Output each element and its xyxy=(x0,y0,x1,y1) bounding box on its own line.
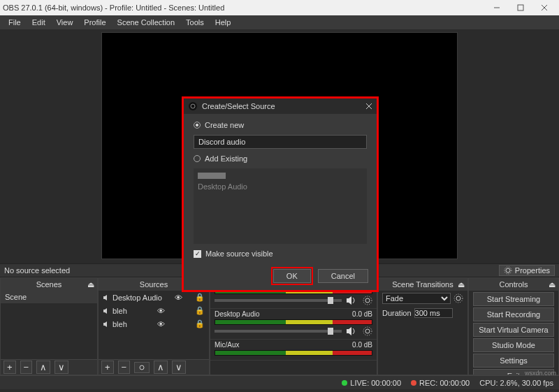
duration-input[interactable] xyxy=(414,308,453,318)
controls-panel: Controls ⏏ Start Streaming Start Recordi… xyxy=(468,277,559,375)
scene-label: Scene xyxy=(5,293,27,301)
menu-view[interactable]: View xyxy=(51,17,79,28)
start-recording-button[interactable]: Start Recording xyxy=(473,307,554,321)
svg-point-12 xyxy=(363,296,372,305)
source-label: bleh xyxy=(112,307,127,315)
add-source-button[interactable]: + xyxy=(101,361,114,374)
menu-profile[interactable]: Profile xyxy=(78,17,111,28)
lock-toggle[interactable]: 🔒 xyxy=(195,293,205,302)
lock-toggle[interactable]: 🔒 xyxy=(195,319,205,328)
close-button[interactable] xyxy=(532,0,556,15)
menu-help[interactable]: Help xyxy=(210,17,237,28)
menu-file[interactable]: File xyxy=(3,17,27,28)
source-item[interactable]: bleh 👁 🔒 xyxy=(99,304,209,317)
visibility-toggle[interactable]: 👁 xyxy=(175,293,182,302)
mute-button[interactable] xyxy=(346,326,358,336)
scene-transitions-panel: Scene Transitions ⏏ Fade Duration xyxy=(377,277,468,375)
dialog-title: Create/Select Source xyxy=(202,102,275,110)
source-settings-button[interactable] xyxy=(134,362,150,373)
controls-title: Controls xyxy=(500,280,528,289)
dock-icon[interactable]: ⏏ xyxy=(458,280,465,289)
menu-edit[interactable]: Edit xyxy=(27,17,51,28)
volume-slider[interactable] xyxy=(215,299,342,302)
cancel-button[interactable]: Cancel xyxy=(318,269,368,283)
remove-scene-button[interactable]: − xyxy=(20,361,33,374)
mixer-channel: Mic/Aux0.0 dB xyxy=(210,340,377,361)
minimize-button[interactable] xyxy=(485,0,509,15)
create-new-label: Create new xyxy=(205,121,244,129)
speaker-icon xyxy=(103,321,110,328)
window-controls xyxy=(485,0,556,15)
mixer-channel: Desktop Audio0.0 dB xyxy=(210,309,377,340)
svg-point-4 xyxy=(506,268,510,273)
remove-source-button[interactable]: − xyxy=(118,361,131,374)
menu-tools[interactable]: Tools xyxy=(180,17,210,28)
menu-scene-collection[interactable]: Scene Collection xyxy=(112,17,181,28)
maximize-button[interactable] xyxy=(509,0,532,15)
source-name-input[interactable] xyxy=(194,135,367,149)
svg-marker-13 xyxy=(347,327,351,335)
speaker-icon xyxy=(103,294,110,301)
create-new-radio[interactable]: Create new xyxy=(194,121,367,129)
svg-point-15 xyxy=(363,327,372,335)
existing-sources-list: Desktop Audio xyxy=(194,168,367,244)
add-scene-button[interactable]: + xyxy=(3,361,16,374)
scenes-header: Scenes ⏏ xyxy=(1,278,97,291)
scene-down-button[interactable]: ∨ xyxy=(55,361,68,374)
dialog-close-button[interactable] xyxy=(365,103,372,110)
settings-button[interactable]: Settings xyxy=(473,354,554,368)
sources-title: Sources xyxy=(140,280,168,289)
dock-icon[interactable]: ⏏ xyxy=(87,280,94,289)
scenes-list[interactable]: Scene xyxy=(1,291,97,359)
status-cpu: CPU: 2.6%, 30.00 fps xyxy=(479,379,553,387)
lock-toggle[interactable]: 🔒 xyxy=(195,306,205,315)
properties-button[interactable]: Properties xyxy=(499,265,555,276)
controls-header: Controls ⏏ xyxy=(469,278,558,291)
mute-button[interactable] xyxy=(346,296,358,305)
transition-select[interactable]: Fade xyxy=(382,293,451,304)
scenes-panel: Scenes ⏏ Scene + − ∧ ∨ xyxy=(0,277,98,375)
dock-icon[interactable]: ⏏ xyxy=(549,280,556,289)
context-text: No source selected xyxy=(4,266,70,275)
source-up-button[interactable]: ∧ xyxy=(154,361,168,374)
ok-button[interactable]: OK xyxy=(273,269,311,283)
window-titlebar: OBS 27.0.1 (64-bit, windows) - Profile: … xyxy=(0,0,559,15)
dialog-buttons: OK Cancel xyxy=(184,265,377,290)
visibility-toggle[interactable]: 👁 xyxy=(157,320,165,328)
source-label: bleh xyxy=(112,320,127,328)
sources-list[interactable]: Desktop Audio 👁 🔒 bleh 👁 🔒 bleh 👁 🔒 xyxy=(99,291,209,359)
make-visible-checkbox[interactable]: ✓ Make source visible xyxy=(194,249,367,258)
svg-point-14 xyxy=(365,329,370,333)
transitions-header: Scene Transitions ⏏ xyxy=(378,278,467,291)
source-down-button[interactable]: ∨ xyxy=(172,361,186,374)
scenes-title: Scenes xyxy=(36,280,62,289)
svg-point-9 xyxy=(140,365,144,370)
audio-meter xyxy=(215,319,372,325)
source-item[interactable]: Desktop Audio 👁 🔒 xyxy=(99,291,209,304)
channel-settings-button[interactable] xyxy=(363,326,372,336)
transition-settings-button[interactable] xyxy=(453,293,463,303)
window-title: OBS 27.0.1 (64-bit, windows) - Profile: … xyxy=(3,3,224,12)
obs-icon xyxy=(188,101,198,111)
transitions-body: Fade Duration xyxy=(378,291,467,375)
add-existing-radio[interactable]: Add Existing xyxy=(194,154,367,163)
scene-up-button[interactable]: ∧ xyxy=(36,361,50,374)
source-item[interactable]: bleh 👁 🔒 xyxy=(99,317,209,331)
gear-icon xyxy=(138,363,146,372)
start-virtual-camera-button[interactable]: Start Virtual Camera xyxy=(473,323,554,337)
create-select-source-dialog: Create/Select Source Create new Add Exis… xyxy=(182,96,379,292)
scenes-footer: + − ∧ ∨ xyxy=(1,359,97,375)
start-streaming-button[interactable]: Start Streaming xyxy=(473,292,554,306)
studio-mode-button[interactable]: Studio Mode xyxy=(473,338,554,352)
speaker-icon xyxy=(103,307,110,314)
channel-settings-button[interactable] xyxy=(363,296,372,305)
checkbox-checked-icon: ✓ xyxy=(194,250,201,258)
volume-slider[interactable] xyxy=(215,330,342,333)
radio-selected-icon xyxy=(194,122,201,129)
scene-item[interactable]: Scene xyxy=(1,291,97,303)
dialog-titlebar: Create/Select Source xyxy=(184,99,377,114)
watermark: wsxdn.com xyxy=(525,370,556,377)
svg-marker-7 xyxy=(103,308,107,314)
svg-point-16 xyxy=(456,296,460,300)
visibility-toggle[interactable]: 👁 xyxy=(157,307,165,315)
